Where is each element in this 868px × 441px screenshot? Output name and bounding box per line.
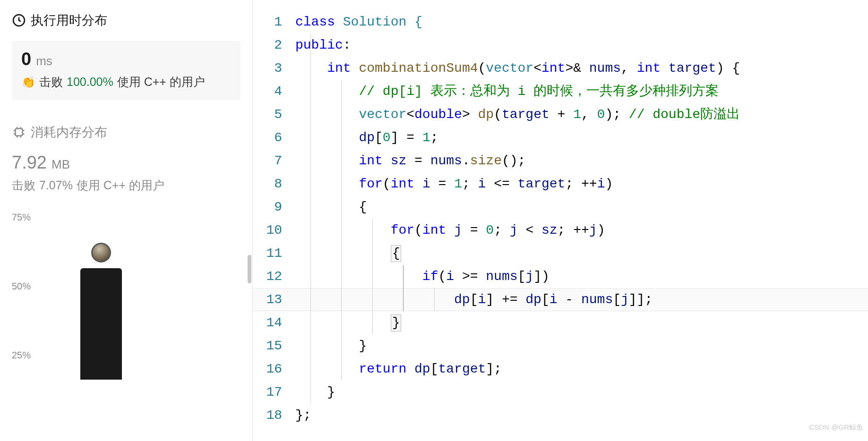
svg-rect-1 (16, 129, 23, 136)
code-line: int sz = nums.size(); (295, 149, 868, 172)
line-num: 16 (253, 357, 282, 381)
runtime-title-text: 执行用时分布 (31, 12, 107, 29)
code-line: dp[i] += dp[i - nums[j]]; (295, 288, 868, 311)
code-line: if(i >= nums[j]) (295, 265, 868, 288)
line-num: 8 (253, 172, 282, 195)
runtime-metric: 0 ms (21, 49, 231, 69)
code-line: { (295, 195, 868, 219)
code-line: } (295, 381, 868, 404)
code-line: return dp[target]; (295, 357, 868, 381)
chart-bar-wrap (80, 243, 122, 380)
memory-title-text: 消耗内存分布 (31, 124, 107, 141)
line-num: 17 (253, 381, 282, 404)
stats-panel: 执行用时分布 0 ms 👏 击败 100.00% 使用 C++ 的用户 消耗内存… (0, 0, 253, 441)
chip-icon (12, 125, 26, 139)
y-label-25: 25% (12, 350, 31, 361)
line-num: 9 (253, 195, 282, 219)
code-line: }; (295, 404, 868, 427)
line-num: 18 (253, 404, 282, 427)
line-num: 10 (253, 219, 282, 242)
code-line: } (295, 311, 868, 334)
memory-metric: 7.92 MB (12, 153, 241, 173)
code-line: class Solution { (295, 10, 868, 34)
runtime-beat-pct: 100.00% (67, 75, 113, 89)
memory-beat-label: 击败 (12, 178, 35, 193)
line-num: 14 (253, 311, 282, 334)
code-content[interactable]: class Solution { public: int combination… (295, 10, 868, 441)
memory-section-title: 消耗内存分布 (12, 124, 241, 141)
line-num: 3 (253, 57, 282, 80)
runtime-card[interactable]: 0 ms 👏 击败 100.00% 使用 C++ 的用户 (12, 41, 241, 100)
line-num: 13 (253, 288, 282, 311)
avatar[interactable] (91, 243, 111, 263)
runtime-section-title: 执行用时分布 (12, 12, 241, 29)
line-num: 5 (253, 103, 282, 126)
code-line: public: (295, 34, 868, 57)
y-label-75: 75% (12, 212, 31, 223)
clock-icon (12, 13, 26, 27)
runtime-beat-suffix: 使用 C++ 的用户 (117, 74, 205, 90)
memory-beat-row: 击败 7.07% 使用 C++ 的用户 (12, 178, 241, 193)
memory-beat-suffix: 使用 C++ 的用户 (77, 178, 164, 193)
y-label-50: 50% (12, 281, 31, 292)
memory-value: 7.92 (12, 153, 47, 173)
line-num: 2 (253, 34, 282, 57)
clap-icon: 👏 (21, 76, 35, 89)
memory-beat-pct: 7.07% (39, 178, 73, 192)
line-num: 11 (253, 242, 282, 265)
code-line: int combinationSum4(vector<int>& nums, i… (295, 57, 868, 80)
line-num: 1 (253, 10, 282, 34)
line-num: 15 (253, 334, 282, 357)
distribution-chart[interactable]: 75% 50% 25% (12, 200, 241, 380)
code-line: { (295, 242, 868, 265)
beat-label: 击败 (39, 74, 63, 90)
code-line: for(int j = 0; j < sz; ++j) (295, 219, 868, 242)
watermark: CSDN @GR鲸鱼 (809, 416, 863, 439)
code-line: dp[0] = 1; (295, 126, 868, 149)
memory-unit: MB (52, 157, 70, 172)
line-num: 6 (253, 126, 282, 149)
runtime-value: 0 (21, 49, 31, 69)
chart-bar[interactable] (80, 268, 122, 380)
line-num: 12 (253, 265, 282, 288)
code-line: for(int i = 1; i <= target; ++i) (295, 172, 868, 195)
line-num: 4 (253, 80, 282, 103)
code-panel: 1 2 3 4 5 6 7 8 9 10 11 12 13 14 15 16 1… (253, 0, 868, 441)
runtime-beat-row: 👏 击败 100.00% 使用 C++ 的用户 (21, 74, 231, 90)
line-num: 7 (253, 149, 282, 172)
code-line: vector<double> dp(target + 1, 0); // dou… (295, 103, 868, 126)
line-gutter: 1 2 3 4 5 6 7 8 9 10 11 12 13 14 15 16 1… (253, 10, 295, 441)
code-line: } (295, 334, 868, 357)
code-line: // dp[i] 表示：总和为 i 的时候，一共有多少种排列方案 (295, 80, 868, 103)
scrollbar-thumb[interactable] (248, 255, 251, 283)
runtime-unit: ms (36, 54, 52, 68)
